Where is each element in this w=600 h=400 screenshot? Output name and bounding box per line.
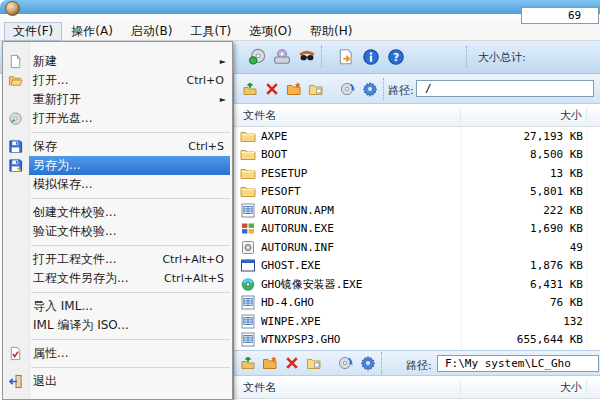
file-row[interactable]: AXPE 27,193 KB	[234, 127, 600, 146]
upper-path-field[interactable]: /	[416, 80, 594, 97]
bootable-icon[interactable]	[294, 45, 319, 69]
file-menu-dropdown: 新建 ► 打开... Ctrl+O 重新打开 ► 打开光盘... 保存 Ctrl…	[2, 41, 233, 400]
menubar-item-actions[interactable]: 操作(A)	[62, 22, 122, 41]
mount-image-icon[interactable]	[244, 45, 269, 69]
new-folder-icon[interactable]	[283, 78, 305, 100]
file-name: GHOST.EXE	[261, 259, 450, 272]
file-size: 13 KB	[450, 167, 583, 180]
folder-up-icon[interactable]	[239, 78, 261, 100]
folder-icon[interactable]	[303, 352, 325, 374]
app-window: 文件(F) 操作(A) 启动(B) 工具(T) 选项(O) 帮助(H) ? 大小…	[0, 0, 600, 400]
lower-panel-toolbar: 路径: F:\My system\LC_Gho	[233, 350, 600, 376]
app-logo-icon[interactable]	[5, 1, 20, 16]
menu-item-properties[interactable]: 属性...	[3, 344, 232, 363]
new-folder-glyph	[262, 355, 278, 371]
menu-item-create-checksum[interactable]: 创建文件校验...	[3, 203, 232, 222]
folder-glyph	[308, 81, 324, 97]
file-row[interactable]: BOOT 8,500 KB	[234, 146, 600, 165]
file-row[interactable]: AUTORUN.APM 222 KB	[234, 201, 600, 220]
column-header-size[interactable]: 大小	[461, 380, 587, 395]
menu-shortcut: Ctrl+O	[187, 74, 232, 87]
folder-icon	[240, 129, 256, 144]
info-glyph	[362, 48, 380, 66]
folder-up-icon[interactable]	[237, 352, 259, 374]
file-row[interactable]: GHOST.EXE 1,876 KB	[234, 257, 600, 276]
save-as-icon	[8, 158, 23, 173]
bootable-glyph	[298, 48, 316, 66]
submenu-arrow-icon: ►	[220, 57, 232, 66]
menu-item-open-project[interactable]: 打开工程文件... Ctrl+Alt+O	[3, 250, 232, 269]
table-document-icon	[240, 332, 256, 347]
menu-item-new[interactable]: 新建 ►	[3, 52, 232, 71]
lower-file-list-panel: 文件名 大小	[233, 376, 600, 400]
menu-item-label: 新建	[33, 53, 57, 70]
file-row[interactable]: WINPE.XPE 132	[234, 312, 600, 331]
file-row[interactable]: WTNXPSP3.GHO 655,644 KB	[234, 331, 600, 350]
file-row[interactable]: AUTORUN.EXE 1,690 KB	[234, 220, 600, 239]
delete-glyph	[284, 355, 300, 371]
help-icon[interactable]: ?	[383, 45, 408, 69]
menu-item-exit[interactable]: 退出	[3, 372, 232, 391]
file-row[interactable]: PESETUP 13 KB	[234, 164, 600, 183]
file-row[interactable]: GHO镜像安装器.EXE 6,431 KB	[234, 275, 600, 294]
delete-icon[interactable]	[261, 78, 283, 100]
column-header-filename[interactable]: 文件名	[234, 380, 461, 395]
table-document-icon	[240, 314, 256, 329]
file-size: 76 KB	[450, 296, 583, 309]
delete-icon[interactable]	[281, 352, 303, 374]
menubar-item-bootable[interactable]: 启动(B)	[122, 22, 182, 41]
menubar-item-tools[interactable]: 工具(T)	[181, 22, 240, 41]
menu-item-save[interactable]: 保存 Ctrl+S	[3, 137, 232, 156]
settings-gear-glyph	[360, 355, 376, 371]
menu-item-open[interactable]: 打开... Ctrl+O	[3, 71, 232, 90]
settings-gear-icon[interactable]	[357, 352, 379, 374]
file-name: WTNXPSP3.GHO	[261, 333, 450, 346]
folder-icon	[240, 166, 256, 181]
menu-item-save-as[interactable]: 另存为...	[29, 156, 230, 175]
menu-item-verify-checksum[interactable]: 验证文件校验...	[3, 222, 232, 241]
menu-item-label: 验证文件校验...	[33, 223, 116, 240]
menu-item-label: 打开光盘...	[33, 110, 92, 127]
menu-item-save-project-as[interactable]: 工程文件另存为... Ctrl+Alt+S	[3, 269, 232, 288]
file-row[interactable]: HD-4.GHO 76 KB	[234, 294, 600, 313]
menubar-item-help[interactable]: 帮助(H)	[301, 22, 361, 41]
refresh-cd-icon[interactable]	[335, 352, 357, 374]
file-name: PESETUP	[261, 167, 450, 180]
file-size: 6,431 KB	[450, 278, 583, 291]
cd-app-icon	[240, 277, 256, 292]
upper-panel-toolbar: 路径: /	[233, 74, 600, 104]
setup-info-icon	[240, 240, 256, 255]
menu-item-reopen[interactable]: 重新打开 ►	[3, 90, 232, 109]
file-row[interactable]: AUTORUN.INF 49	[234, 238, 600, 257]
settings-gear-icon[interactable]	[359, 78, 381, 100]
file-name: GHO镜像安装器.EXE	[261, 277, 450, 292]
export-file-glyph	[337, 48, 355, 66]
menu-separator	[31, 367, 230, 368]
file-row[interactable]: PESOFT 5,801 KB	[234, 183, 600, 202]
column-header-size[interactable]: 大小	[461, 108, 587, 123]
burn-cd-icon[interactable]	[269, 45, 294, 69]
refresh-cd-icon[interactable]	[337, 78, 359, 100]
list-header: 文件名 大小	[234, 104, 600, 127]
folder-icon[interactable]	[305, 78, 327, 100]
column-header-filename[interactable]: 文件名	[234, 108, 461, 123]
toolbar-separator	[381, 352, 391, 374]
menu-item-import-iml[interactable]: 导入 IML...	[3, 297, 232, 316]
lower-path-field[interactable]: F:\My system\LC_Gho	[437, 355, 599, 372]
export-file-icon[interactable]	[333, 45, 358, 69]
save-icon	[8, 139, 23, 154]
titlebar[interactable]	[0, 0, 600, 14]
new-folder-glyph	[286, 81, 302, 97]
refresh-cd-glyph	[340, 81, 356, 97]
size-total-field[interactable]: 69	[521, 7, 599, 24]
refresh-cd-glyph	[338, 355, 354, 371]
menu-item-open-cd[interactable]: 打开光盘...	[3, 109, 232, 128]
new-folder-icon[interactable]	[259, 352, 281, 374]
menu-item-simulate-save[interactable]: 模拟保存...	[3, 175, 232, 194]
info-icon[interactable]	[358, 45, 383, 69]
menubar-item-file[interactable]: 文件(F)	[4, 22, 62, 41]
menu-item-label: 导入 IML...	[33, 298, 93, 315]
menubar-item-options[interactable]: 选项(O)	[240, 22, 301, 41]
menu-item-compile-iml-to-iso[interactable]: IML 编译为 ISO...	[3, 316, 232, 335]
file-size: 5,801 KB	[450, 185, 583, 198]
